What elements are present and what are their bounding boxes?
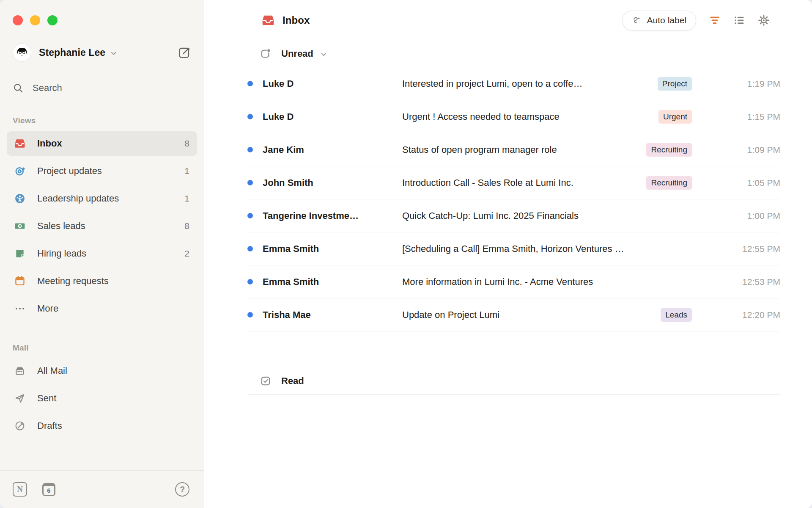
email-subject: More information in Lumi Inc. - Acme Ven…	[402, 276, 698, 287]
sidebar-item-leadership-updates[interactable]: Leadership updates 1	[7, 186, 197, 211]
search-label: Search	[33, 83, 62, 94]
window-controls	[0, 0, 204, 25]
read-section-header[interactable]: Read	[247, 368, 780, 395]
item-count: 1	[184, 166, 189, 176]
mail-list-area: Unread Luke D Interested in project Lumi…	[204, 41, 812, 395]
main-header: Inbox Auto label	[204, 0, 812, 41]
inbox-icon	[262, 14, 274, 27]
auto-label-button[interactable]: Auto label	[622, 11, 696, 30]
sidebar-item-project-updates[interactable]: Project updates 1	[7, 159, 197, 183]
app-window: Stephanie Lee Search Views Inbox 8 Proje…	[0, 0, 812, 508]
search-icon	[13, 83, 24, 94]
sidebar-item-all-mail[interactable]: All Mail	[7, 359, 197, 383]
page-title: Inbox	[283, 14, 310, 26]
email-label-badge: Recruiting	[646, 176, 692, 190]
notion-logo-icon: N	[13, 482, 27, 497]
email-row[interactable]: Jane Kim Status of open program manager …	[247, 133, 780, 166]
sidebar-item-sales-leads[interactable]: Sales leads 8	[7, 214, 197, 238]
email-sender: Emma Smith	[263, 276, 402, 287]
email-sender: Luke D	[263, 111, 402, 122]
email-row[interactable]: Tangerine Investme… Quick Catch-Up: Lumi…	[247, 199, 780, 232]
user-name: Stephanie Lee	[39, 47, 105, 58]
unread-dot	[247, 114, 253, 119]
close-window-button[interactable]	[13, 15, 23, 25]
email-row[interactable]: Emma Smith [Scheduling a Call] Emma Smit…	[247, 232, 780, 265]
email-row[interactable]: John Smith Introduction Call - Sales Rol…	[247, 166, 780, 199]
email-sender: Jane Kim	[263, 144, 402, 155]
person-icon	[14, 193, 25, 204]
settings-button[interactable]	[758, 14, 770, 26]
inbox-icon	[14, 138, 25, 149]
sidebar-item-meeting-requests[interactable]: Meeting requests	[7, 269, 197, 293]
email-subject: Introduction Call - Sales Role at Lumi I…	[402, 177, 646, 188]
email-row[interactable]: Trisha Mae Update on Project Lumi Leads …	[247, 298, 780, 331]
email-label-badge: Project	[658, 77, 692, 91]
account-switcher[interactable]: Stephanie Lee	[0, 25, 204, 62]
mail-main: Inbox Auto label	[204, 0, 812, 508]
list-icon	[733, 14, 745, 26]
cash-icon	[14, 221, 25, 232]
sidebar-item-sent[interactable]: Sent	[7, 386, 197, 411]
unread-dot	[247, 279, 253, 284]
email-time: 1:05 PM	[698, 178, 780, 188]
unread-status-icon	[260, 48, 271, 59]
email-row[interactable]: Luke D Urgent ! Access needed to teamspa…	[247, 100, 780, 133]
email-subject: Status of open program manager role	[402, 144, 646, 155]
email-row[interactable]: Luke D Interested in project Lumi, open …	[247, 67, 780, 100]
auto-label-wand-icon	[632, 15, 642, 25]
allmail-icon	[14, 365, 25, 376]
unread-section-header[interactable]: Unread	[247, 41, 780, 67]
email-sender: Emma Smith	[263, 243, 402, 254]
question-mark-icon: ?	[180, 485, 185, 494]
email-row[interactable]: Emma Smith More information in Lumi Inc.…	[247, 265, 780, 298]
sidebar: Stephanie Lee Search Views Inbox 8 Proje…	[0, 0, 204, 508]
notion-app-button[interactable]: N	[13, 482, 27, 497]
calendar-app-button[interactable]: 6	[42, 483, 55, 496]
item-count: 1	[184, 193, 189, 204]
compose-button[interactable]	[178, 46, 191, 59]
sidebar-item-inbox[interactable]: Inbox 8	[7, 131, 197, 156]
header-actions: Auto label	[622, 11, 770, 30]
help-button[interactable]: ?	[175, 482, 189, 497]
email-sender: Tangerine Investme…	[263, 210, 402, 221]
search-button[interactable]: Search	[0, 80, 204, 97]
list-view-button[interactable]	[733, 14, 745, 26]
email-time: 1:00 PM	[698, 211, 780, 221]
email-subject: Quick Catch-Up: Lumi Inc. 2025 Financial…	[402, 210, 698, 221]
calendar-icon	[14, 276, 25, 287]
calendar-day: 6	[44, 486, 54, 495]
auto-label-text: Auto label	[647, 15, 686, 25]
calendar-app-icon: 6	[42, 483, 55, 496]
read-label: Read	[281, 375, 304, 387]
target-icon	[14, 166, 25, 177]
sidebar-item-more[interactable]: More	[7, 296, 197, 321]
zoom-window-button[interactable]	[47, 15, 58, 25]
email-sender: John Smith	[263, 177, 402, 188]
section-label-views: Views	[0, 116, 204, 125]
email-label-badge: Recruiting	[646, 143, 692, 157]
sidebar-footer: N 6 ?	[0, 470, 204, 508]
drafts-icon	[14, 420, 25, 431]
ellipsis-icon	[14, 303, 25, 314]
unread-dot	[247, 312, 253, 318]
sidebar-sections: Views Inbox 8 Project updates 1 Leadersh…	[0, 97, 204, 441]
email-time: 1:09 PM	[698, 145, 780, 155]
filter-button[interactable]	[709, 14, 721, 26]
item-count: 8	[184, 221, 189, 231]
unread-label: Unread	[281, 48, 313, 59]
sidebar-item-drafts[interactable]: Drafts	[7, 414, 197, 438]
email-time: 12:55 PM	[698, 244, 780, 254]
item-count: 2	[184, 248, 189, 259]
view-title: Inbox	[262, 14, 310, 27]
email-subject: Update on Project Lumi	[402, 309, 661, 320]
email-time: 12:53 PM	[698, 277, 780, 287]
unread-dot	[247, 213, 253, 218]
email-subject: [Scheduling a Call] Emma Smith, Horizon …	[402, 243, 698, 254]
item-count: 8	[184, 138, 189, 149]
minimize-window-button[interactable]	[30, 15, 40, 25]
gear-icon	[758, 14, 770, 26]
filter-icon	[709, 14, 721, 26]
sidebar-item-hiring-leads[interactable]: Hiring leads 2	[7, 241, 197, 266]
email-time: 12:20 PM	[698, 310, 780, 320]
email-label-badge: Urgent	[658, 110, 692, 124]
